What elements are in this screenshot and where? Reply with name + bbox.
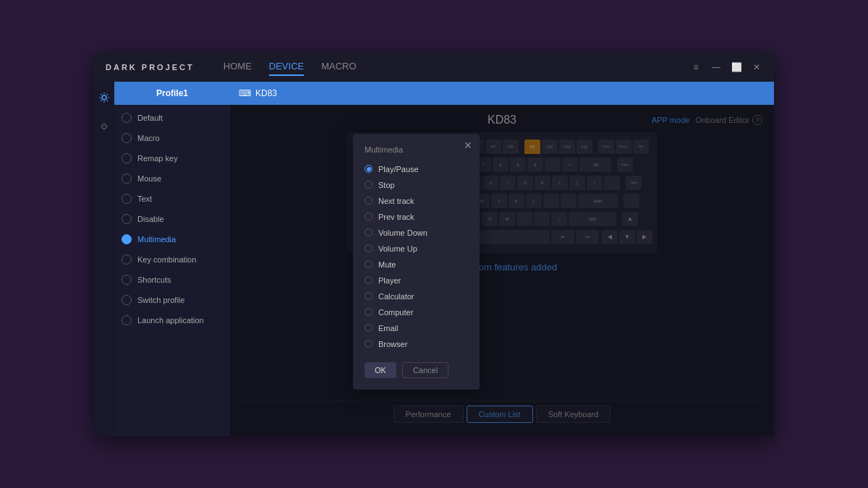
- modal-option-label-email: Email: [378, 324, 399, 333]
- sidebar-item-key-combination[interactable]: Key combination: [114, 249, 230, 270]
- sidebar-item-mouse[interactable]: Mouse: [114, 168, 230, 189]
- sidebar-item-label-disable: Disable: [137, 215, 164, 223]
- sidebar-item-label-text: Text: [137, 194, 152, 203]
- sidebar-item-text[interactable]: Text: [114, 189, 230, 209]
- sidebar-item-launch-application[interactable]: Launch application: [114, 310, 230, 330]
- radio-prev-track: [365, 213, 373, 221]
- sidebar-item-label-macro: Macro: [137, 134, 160, 142]
- svg-point-1: [102, 124, 106, 129]
- sidebar-menu: Default Macro Remap key Mouse Text: [114, 105, 230, 436]
- modal-option-volume-down[interactable]: Volume Down: [365, 225, 468, 241]
- sidebar-item-label-switch-profile: Switch profile: [137, 296, 184, 304]
- modal-option-computer[interactable]: Computer: [365, 304, 468, 320]
- modal-close-button[interactable]: ✕: [464, 140, 472, 151]
- radio-stop: [365, 181, 373, 189]
- modal-option-label-stop: Stop: [378, 181, 395, 189]
- title-bar: DARK PROJECT HOME DEVICE MACRO ≡ — ⬜ ✕: [94, 53, 774, 82]
- modal-option-next-track[interactable]: Next track: [365, 193, 468, 209]
- modal-option-prev-track[interactable]: Prev track: [365, 209, 468, 225]
- sidebar-item-label-default: Default: [137, 114, 163, 122]
- mouse-icon: [122, 174, 132, 184]
- main-layout: Profile1 Default Macro Remap key Mouse: [94, 82, 774, 436]
- radio-player: [365, 276, 373, 284]
- radio-next-track: [365, 197, 373, 205]
- sidebar-item-label-mouse: Mouse: [137, 174, 161, 183]
- profile-header: Profile1: [114, 82, 230, 105]
- modal-option-label-browser: Browser: [378, 340, 407, 348]
- radio-volume-up: [365, 244, 373, 252]
- nav-tab-device[interactable]: DEVICE: [269, 58, 304, 76]
- sidebar-item-label-shortcuts: Shortcuts: [137, 275, 171, 284]
- maximize-button[interactable]: ⬜: [731, 61, 742, 73]
- content-body: KD83 APP mode Onboard Editor ? Esc: [230, 105, 774, 436]
- modal-option-label-volume-down: Volume Down: [378, 228, 427, 237]
- sidebar-item-disable[interactable]: Disable: [114, 209, 230, 229]
- content-area: ⌨ KD83 KD83 APP mode Onboard Editor ?: [230, 82, 774, 436]
- device-tab-label: KD83: [255, 88, 277, 98]
- modal-option-label-computer: Computer: [378, 308, 413, 317]
- sidebar-item-switch-profile[interactable]: Switch profile: [114, 290, 230, 310]
- sidebar-item-label-multimedia: Multimedia: [137, 235, 176, 244]
- minimize-button[interactable]: —: [710, 61, 722, 73]
- modal-option-volume-up[interactable]: Volume Up: [365, 241, 468, 257]
- modal-option-calculator[interactable]: Calculator: [365, 288, 468, 304]
- key-combination-icon: [122, 254, 132, 265]
- radio-volume-down: [365, 228, 373, 236]
- nav-tab-macro[interactable]: MACRO: [321, 58, 356, 76]
- app-window: DARK PROJECT HOME DEVICE MACRO ≡ — ⬜ ✕ P…: [94, 53, 774, 436]
- modal-option-mute[interactable]: Mute: [365, 257, 468, 273]
- text-icon: [122, 194, 132, 204]
- radio-computer: [365, 308, 373, 316]
- multimedia-icon: [122, 234, 132, 244]
- sidebar-icon-light[interactable]: [97, 119, 111, 134]
- profile-label: Profile1: [156, 88, 188, 98]
- modal-option-browser[interactable]: Browser: [365, 336, 468, 352]
- sidebar-item-label-launch-app: Launch application: [137, 316, 204, 325]
- sidebar-item-multimedia[interactable]: Multimedia: [114, 229, 230, 249]
- launch-app-icon: [122, 315, 132, 325]
- modal-option-label-volume-up: Volume Up: [378, 244, 417, 253]
- modal-cancel-button[interactable]: Cancel: [402, 362, 448, 378]
- modal-option-label-player: Player: [378, 276, 401, 285]
- radio-play-pause: [365, 165, 373, 173]
- modal-option-label-prev-track: Prev track: [378, 213, 414, 221]
- sidebar-item-remap[interactable]: Remap key: [114, 148, 230, 168]
- radio-calculator: [365, 292, 373, 300]
- radio-browser: [365, 340, 373, 348]
- switch-profile-icon: [122, 295, 132, 305]
- close-button[interactable]: ✕: [751, 61, 762, 73]
- default-icon: [122, 113, 132, 123]
- sidebar-icon-settings[interactable]: [97, 90, 111, 105]
- window-controls: ≡ — ⬜ ✕: [690, 61, 762, 73]
- disable-icon: [122, 214, 132, 224]
- modal-option-label-mute: Mute: [378, 260, 396, 269]
- radio-email: [365, 324, 373, 332]
- radio-mute: [365, 260, 373, 268]
- modal-option-label-calculator: Calculator: [378, 292, 414, 301]
- nav-tab-home[interactable]: HOME: [224, 58, 252, 76]
- nav-tabs: HOME DEVICE MACRO: [224, 58, 690, 76]
- modal-option-label-play-pause: Play/Pause: [378, 165, 419, 174]
- menu-button[interactable]: ≡: [690, 61, 702, 73]
- sidebar-item-label-remap: Remap key: [137, 154, 178, 163]
- modal-ok-button[interactable]: OK: [365, 362, 396, 378]
- modal-option-stop[interactable]: Stop: [365, 177, 468, 193]
- modal-option-player[interactable]: Player: [365, 273, 468, 288]
- app-logo: DARK PROJECT: [106, 63, 195, 72]
- sidebar-item-default[interactable]: Default: [114, 108, 230, 128]
- shortcuts-icon: [122, 275, 132, 285]
- keyboard-small-icon: ⌨: [239, 88, 251, 98]
- modal-section-label: Multimedia: [365, 145, 468, 154]
- modal-option-play-pause[interactable]: Play/Pause: [365, 161, 468, 177]
- modal-footer: OK Cancel: [365, 362, 468, 378]
- modal-option-email[interactable]: Email: [365, 320, 468, 336]
- remap-icon: [122, 153, 132, 163]
- sidebar-item-label-key-combination: Key combination: [137, 255, 196, 264]
- svg-point-0: [102, 95, 106, 100]
- sidebar-icons: [94, 82, 114, 436]
- sidebar-item-shortcuts[interactable]: Shortcuts: [114, 270, 230, 290]
- sidebar-item-macro[interactable]: Macro: [114, 128, 230, 148]
- macro-icon: [122, 133, 132, 143]
- modal-dialog: ✕ Multimedia Play/Pause Stop Next t: [353, 134, 480, 390]
- sidebar: Profile1 Default Macro Remap key Mouse: [114, 82, 230, 436]
